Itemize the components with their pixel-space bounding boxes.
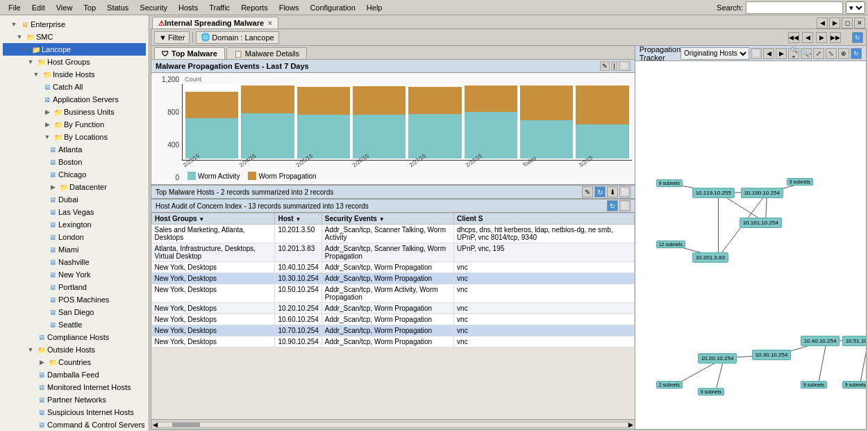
sidebar-item-seattle[interactable]: 🖥 Seattle bbox=[3, 318, 146, 331]
table-row[interactable]: Atlanta, Infrastructure, Desktops, Virtu… bbox=[152, 243, 635, 262]
sidebar-item-damballa[interactable]: 🖥 Damballa Feed bbox=[3, 368, 146, 381]
section-icon-4[interactable]: ⬜ bbox=[619, 186, 631, 197]
tracker-btn2[interactable]: ◀ bbox=[763, 48, 774, 59]
sidebar-item-pos-machines[interactable]: 🖥 POS Machines bbox=[3, 293, 146, 306]
nav-first-btn[interactable]: ◀◀ bbox=[788, 32, 799, 43]
node-n6[interactable]: 12 subnets bbox=[656, 241, 685, 248]
sidebar-item-host-groups[interactable]: ▼ 📁 Host Groups bbox=[3, 56, 146, 68]
domain-button[interactable]: 🌐 Domain : Lancope bbox=[196, 31, 278, 44]
node-n17[interactable]: 9 subnets bbox=[842, 381, 866, 389]
sidebar-item-outside-hosts[interactable]: ▼ 📁 Outside Hosts bbox=[3, 343, 146, 356]
menu-security[interactable]: Security bbox=[134, 2, 173, 13]
tracker-btn5[interactable]: 🔍- bbox=[801, 48, 812, 59]
node-n16[interactable]: 9 subnets bbox=[801, 381, 827, 389]
tab-nav-left[interactable]: ◀ bbox=[817, 17, 828, 29]
concern-icon-2[interactable]: ⬜ bbox=[619, 200, 631, 211]
th-host-groups[interactable]: Host Groups ▼ bbox=[152, 213, 275, 225]
sidebar-item-monitored[interactable]: 🖥 Monitored Internet Hosts bbox=[3, 381, 146, 393]
sidebar-item-datacenter[interactable]: ▶ 📁 Datacenter bbox=[3, 181, 146, 193]
menu-help[interactable]: Help bbox=[361, 2, 388, 13]
table-row[interactable]: New York, Desktops10.20.10.254Addr_Scan/… bbox=[152, 303, 635, 314]
scroll-left[interactable]: ◀ bbox=[153, 421, 158, 428]
node-n10[interactable]: 10.20.10.254 bbox=[698, 353, 737, 364]
tracker-refresh-btn[interactable]: ↻ bbox=[851, 48, 862, 59]
table-row[interactable]: New York, Desktops10.90.10.254Addr_Scan/… bbox=[152, 336, 635, 348]
concern-icon-1[interactable]: ↻ bbox=[607, 200, 618, 211]
tracker-btn7[interactable]: ⤡ bbox=[826, 48, 837, 59]
tracker-btn3[interactable]: ▶ bbox=[776, 48, 787, 59]
th-client-s[interactable]: Client S bbox=[454, 213, 635, 225]
node-n4[interactable]: 9 subnets bbox=[787, 178, 813, 186]
tab-close-btn[interactable]: × bbox=[268, 19, 272, 27]
sidebar-item-portland[interactable]: 🖥 Portland bbox=[3, 281, 146, 293]
table-row[interactable]: New York, Desktops10.50.10.254Addr_Scan/… bbox=[152, 284, 635, 303]
node-n3[interactable]: 10.100.10.254 bbox=[741, 188, 783, 198]
h-scrollbar[interactable]: ◀ ▶ bbox=[151, 419, 635, 429]
menu-configuration[interactable]: Configuration bbox=[304, 2, 360, 13]
sidebar-item-catch-all[interactable]: 🖥 Catch All bbox=[3, 81, 146, 93]
filter-button[interactable]: ▼ Filter bbox=[154, 31, 190, 44]
chart-btn1[interactable]: ✎ bbox=[600, 61, 610, 71]
originating-hosts-select[interactable]: Originating Hosts bbox=[681, 47, 749, 60]
search-dropdown[interactable]: ▾ bbox=[846, 1, 865, 14]
node-n8[interactable]: 2 subnets bbox=[656, 381, 683, 389]
sidebar-item-lasvegas[interactable]: 🖥 Las Vegas bbox=[3, 206, 146, 218]
scrollbar-thumb[interactable] bbox=[172, 423, 200, 427]
sidebar-item-nashville[interactable]: 🖥 Nashville bbox=[3, 256, 146, 268]
sidebar-item-london[interactable]: 🖥 London bbox=[3, 231, 146, 243]
sidebar-item-boston[interactable]: 🖥 Boston bbox=[3, 156, 146, 168]
sidebar-item-enterprise[interactable]: ▼ 🖥 Enterprise bbox=[3, 18, 146, 31]
menu-reports[interactable]: Reports bbox=[235, 2, 274, 13]
chart-btn-expand[interactable]: ⬜ bbox=[619, 61, 631, 71]
node-n2[interactable]: 10.119.10.255 bbox=[692, 188, 735, 198]
sub-tab-top-malware[interactable]: 🛡 Top Malware bbox=[154, 47, 225, 59]
sidebar-item-partner[interactable]: 🖥 Partner Networks bbox=[3, 393, 146, 406]
sidebar-item-smc[interactable]: ▼ 📁 SMC bbox=[3, 31, 146, 43]
menu-file[interactable]: File bbox=[3, 2, 26, 13]
sidebar-item-suspicious[interactable]: 🖥 Suspicious Internet Hosts bbox=[3, 406, 146, 418]
sidebar-item-dubai[interactable]: 🖥 Dubai bbox=[3, 193, 146, 206]
nav-prev-btn[interactable]: ◀ bbox=[802, 32, 813, 43]
sidebar-item-miami[interactable]: 🖥 Miami bbox=[3, 243, 146, 256]
tracker-btn8[interactable]: ⊕ bbox=[838, 48, 849, 59]
table-scroll[interactable]: Host Groups ▼ Host ▼ Security Events ▼ C… bbox=[151, 213, 635, 419]
sidebar-item-compliance[interactable]: 🖥 Compliance Hosts bbox=[3, 331, 146, 343]
node-n12[interactable]: 10.40.10.254 bbox=[801, 336, 840, 346]
node-n7[interactable]: 10.201.3.83 bbox=[692, 252, 728, 263]
chart-btn2[interactable]: | bbox=[611, 61, 617, 71]
tab-nav-right[interactable]: ▶ bbox=[829, 17, 840, 29]
scrollbar-track[interactable] bbox=[158, 422, 628, 428]
refresh-btn[interactable]: ↻ bbox=[852, 32, 863, 43]
menu-hosts[interactable]: Hosts bbox=[173, 2, 203, 13]
node-n11[interactable]: 10.30.10.254 bbox=[752, 350, 792, 360]
node-n9[interactable]: 9 subnets bbox=[698, 388, 724, 396]
th-host[interactable]: Host ▼ bbox=[275, 213, 322, 225]
sidebar-item-newyork[interactable]: 🖥 New York bbox=[3, 268, 146, 281]
node-n13[interactable]: 10.51.10.255 bbox=[842, 336, 866, 346]
table-row[interactable]: New York, Desktops10.60.10.254Addr_Scan/… bbox=[152, 314, 635, 325]
sidebar-item-by-locations[interactable]: ▼ 📁 By Locations bbox=[3, 131, 146, 143]
sub-tab-malware-details[interactable]: 📋 Malware Details bbox=[226, 47, 307, 59]
menu-edit[interactable]: Edit bbox=[26, 2, 51, 13]
nav-next-btn[interactable]: ▶ bbox=[816, 32, 827, 43]
section-icon-3[interactable]: ⬇ bbox=[607, 186, 618, 197]
sidebar-item-lexington[interactable]: 🖥 Lexington bbox=[3, 218, 146, 231]
menu-top[interactable]: Top bbox=[78, 2, 101, 13]
nav-last-btn[interactable]: ▶▶ bbox=[830, 32, 841, 43]
menu-view[interactable]: View bbox=[51, 2, 78, 13]
sidebar-item-sandiego[interactable]: 🖥 San Diego bbox=[3, 306, 146, 318]
node-n5[interactable]: 10.161.10.254 bbox=[740, 218, 782, 228]
sidebar-item-lancope[interactable]: ▼ 📁 Lancope bbox=[3, 43, 146, 56]
menu-flows[interactable]: Flows bbox=[274, 2, 305, 13]
sidebar-item-atlanta[interactable]: 🖥 Atlanta bbox=[3, 143, 146, 156]
tracker-btn4[interactable]: 🔍+ bbox=[788, 48, 799, 59]
sidebar-item-countries[interactable]: ▶ 📁 Countries bbox=[3, 356, 146, 368]
tab-nav-close[interactable]: ✕ bbox=[854, 17, 865, 29]
tab-nav-restore[interactable]: ◻ bbox=[842, 17, 853, 29]
th-security-events[interactable]: Security Events ▼ bbox=[322, 213, 453, 225]
tracker-btn1[interactable]: ⬜ bbox=[751, 48, 762, 59]
tab-internal-spreading-malware[interactable]: ⚠ Internal Spreading Malware × bbox=[152, 17, 278, 29]
table-row[interactable]: New York, Desktops10.30.10.254Addr_Scan/… bbox=[152, 273, 635, 284]
sidebar-item-app-servers[interactable]: 🖥 Application Servers bbox=[3, 93, 146, 106]
sidebar-item-chicago[interactable]: 🖥 Chicago bbox=[3, 168, 146, 181]
